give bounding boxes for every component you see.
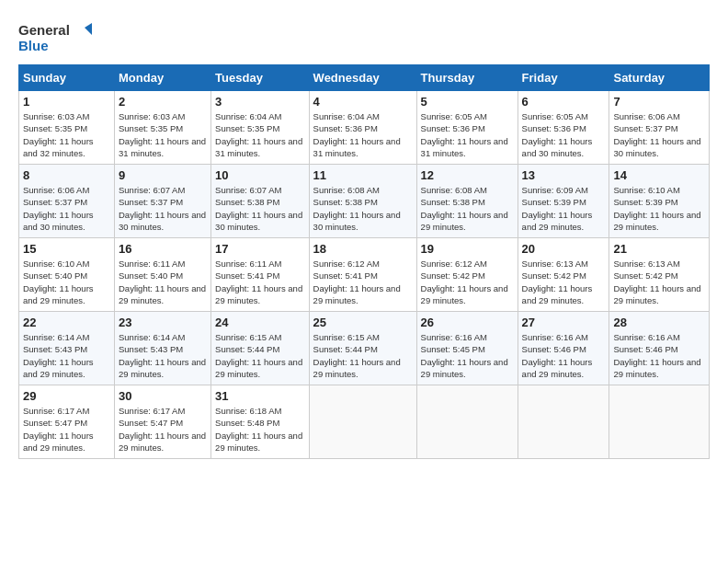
day-number: 9 — [119, 168, 207, 182]
day-number: 4 — [313, 95, 413, 109]
calendar-cell: 23Sunrise: 6:14 AMSunset: 5:43 PMDayligh… — [115, 312, 211, 385]
calendar-cell: 15Sunrise: 6:10 AMSunset: 5:40 PMDayligh… — [19, 238, 115, 312]
day-info: Sunrise: 6:07 AMSunset: 5:38 PMDaylight:… — [215, 184, 305, 233]
day-number: 15 — [23, 242, 110, 256]
column-header-monday: Monday — [115, 65, 211, 91]
day-number: 13 — [522, 168, 606, 182]
day-info: Sunrise: 6:03 AMSunset: 5:35 PMDaylight:… — [23, 110, 110, 159]
calendar-cell — [416, 385, 518, 459]
calendar-week-row: 1Sunrise: 6:03 AMSunset: 5:35 PMDaylight… — [19, 91, 710, 165]
calendar-cell: 18Sunrise: 6:12 AMSunset: 5:41 PMDayligh… — [309, 238, 416, 312]
calendar-cell — [518, 385, 609, 459]
day-info: Sunrise: 6:17 AMSunset: 5:47 PMDaylight:… — [119, 405, 207, 454]
calendar-cell: 10Sunrise: 6:07 AMSunset: 5:38 PMDayligh… — [211, 165, 310, 238]
day-info: Sunrise: 6:08 AMSunset: 5:38 PMDaylight:… — [421, 184, 514, 233]
calendar-cell: 24Sunrise: 6:15 AMSunset: 5:44 PMDayligh… — [211, 312, 310, 385]
calendar-cell: 1Sunrise: 6:03 AMSunset: 5:35 PMDaylight… — [19, 91, 115, 165]
day-info: Sunrise: 6:06 AMSunset: 5:37 PMDaylight:… — [613, 110, 705, 159]
calendar-cell: 27Sunrise: 6:16 AMSunset: 5:46 PMDayligh… — [518, 312, 609, 385]
day-info: Sunrise: 6:15 AMSunset: 5:44 PMDaylight:… — [313, 331, 413, 380]
calendar-cell: 6Sunrise: 6:05 AMSunset: 5:36 PMDaylight… — [518, 91, 609, 165]
calendar-week-row: 15Sunrise: 6:10 AMSunset: 5:40 PMDayligh… — [19, 238, 710, 312]
day-info: Sunrise: 6:11 AMSunset: 5:40 PMDaylight:… — [119, 258, 207, 306]
calendar-week-row: 22Sunrise: 6:14 AMSunset: 5:43 PMDayligh… — [19, 312, 710, 385]
logo: General Blue — [18, 18, 92, 55]
column-header-wednesday: Wednesday — [309, 65, 416, 91]
svg-text:Blue: Blue — [18, 38, 49, 53]
day-number: 29 — [23, 389, 110, 403]
day-info: Sunrise: 6:13 AMSunset: 5:42 PMDaylight:… — [522, 258, 606, 306]
day-number: 19 — [421, 242, 514, 256]
day-number: 14 — [613, 168, 705, 182]
svg-marker-2 — [85, 23, 92, 35]
calendar-cell: 4Sunrise: 6:04 AMSunset: 5:36 PMDaylight… — [309, 91, 416, 165]
day-info: Sunrise: 6:16 AMSunset: 5:46 PMDaylight:… — [522, 331, 606, 380]
calendar-cell: 16Sunrise: 6:11 AMSunset: 5:40 PMDayligh… — [115, 238, 211, 312]
calendar-cell: 11Sunrise: 6:08 AMSunset: 5:38 PMDayligh… — [309, 165, 416, 238]
calendar-cell — [609, 385, 710, 459]
day-info: Sunrise: 6:11 AMSunset: 5:41 PMDaylight:… — [215, 258, 305, 306]
day-info: Sunrise: 6:06 AMSunset: 5:37 PMDaylight:… — [23, 184, 110, 233]
day-info: Sunrise: 6:10 AMSunset: 5:39 PMDaylight:… — [613, 184, 705, 233]
svg-text:General: General — [18, 22, 70, 38]
day-number: 25 — [313, 316, 413, 329]
day-info: Sunrise: 6:17 AMSunset: 5:47 PMDaylight:… — [23, 405, 110, 454]
calendar-week-row: 29Sunrise: 6:17 AMSunset: 5:47 PMDayligh… — [19, 385, 710, 459]
day-info: Sunrise: 6:03 AMSunset: 5:35 PMDaylight:… — [119, 110, 207, 159]
day-info: Sunrise: 6:05 AMSunset: 5:36 PMDaylight:… — [522, 110, 606, 159]
day-info: Sunrise: 6:07 AMSunset: 5:37 PMDaylight:… — [119, 184, 207, 233]
calendar-cell: 29Sunrise: 6:17 AMSunset: 5:47 PMDayligh… — [19, 385, 115, 459]
day-number: 20 — [522, 242, 606, 256]
day-number: 12 — [421, 168, 514, 182]
logo-svg: General Blue — [18, 18, 92, 55]
day-number: 5 — [421, 95, 514, 109]
day-number: 23 — [119, 316, 207, 329]
day-number: 6 — [522, 95, 606, 109]
day-info: Sunrise: 6:10 AMSunset: 5:40 PMDaylight:… — [23, 258, 110, 306]
calendar-header-row: SundayMondayTuesdayWednesdayThursdayFrid… — [19, 65, 710, 91]
day-info: Sunrise: 6:18 AMSunset: 5:48 PMDaylight:… — [215, 405, 305, 454]
calendar-cell: 17Sunrise: 6:11 AMSunset: 5:41 PMDayligh… — [211, 238, 310, 312]
calendar-cell: 14Sunrise: 6:10 AMSunset: 5:39 PMDayligh… — [609, 165, 710, 238]
day-number: 1 — [23, 95, 110, 109]
day-number: 24 — [215, 316, 305, 329]
calendar-cell: 26Sunrise: 6:16 AMSunset: 5:45 PMDayligh… — [416, 312, 518, 385]
calendar-cell: 21Sunrise: 6:13 AMSunset: 5:42 PMDayligh… — [609, 238, 710, 312]
day-info: Sunrise: 6:04 AMSunset: 5:36 PMDaylight:… — [313, 110, 413, 159]
calendar-cell: 30Sunrise: 6:17 AMSunset: 5:47 PMDayligh… — [115, 385, 211, 459]
column-header-saturday: Saturday — [609, 65, 710, 91]
day-info: Sunrise: 6:05 AMSunset: 5:36 PMDaylight:… — [421, 110, 514, 159]
calendar-cell: 5Sunrise: 6:05 AMSunset: 5:36 PMDaylight… — [416, 91, 518, 165]
day-number: 26 — [421, 316, 514, 329]
calendar-cell: 19Sunrise: 6:12 AMSunset: 5:42 PMDayligh… — [416, 238, 518, 312]
calendar-cell: 3Sunrise: 6:04 AMSunset: 5:35 PMDaylight… — [211, 91, 310, 165]
day-info: Sunrise: 6:16 AMSunset: 5:46 PMDaylight:… — [613, 331, 705, 380]
page-header: General Blue — [18, 18, 710, 55]
day-info: Sunrise: 6:14 AMSunset: 5:43 PMDaylight:… — [119, 331, 207, 380]
calendar-cell: 12Sunrise: 6:08 AMSunset: 5:38 PMDayligh… — [416, 165, 518, 238]
calendar-cell: 22Sunrise: 6:14 AMSunset: 5:43 PMDayligh… — [19, 312, 115, 385]
calendar-cell: 9Sunrise: 6:07 AMSunset: 5:37 PMDaylight… — [115, 165, 211, 238]
day-number: 27 — [522, 316, 606, 329]
day-number: 18 — [313, 242, 413, 256]
day-info: Sunrise: 6:14 AMSunset: 5:43 PMDaylight:… — [23, 331, 110, 380]
day-number: 3 — [215, 95, 305, 109]
day-info: Sunrise: 6:13 AMSunset: 5:42 PMDaylight:… — [613, 258, 705, 306]
day-number: 7 — [613, 95, 705, 109]
calendar-cell: 13Sunrise: 6:09 AMSunset: 5:39 PMDayligh… — [518, 165, 609, 238]
calendar-week-row: 8Sunrise: 6:06 AMSunset: 5:37 PMDaylight… — [19, 165, 710, 238]
day-number: 21 — [613, 242, 705, 256]
day-info: Sunrise: 6:12 AMSunset: 5:41 PMDaylight:… — [313, 258, 413, 306]
calendar-cell: 20Sunrise: 6:13 AMSunset: 5:42 PMDayligh… — [518, 238, 609, 312]
calendar-cell — [309, 385, 416, 459]
calendar-cell: 31Sunrise: 6:18 AMSunset: 5:48 PMDayligh… — [211, 385, 310, 459]
day-info: Sunrise: 6:16 AMSunset: 5:45 PMDaylight:… — [421, 331, 514, 380]
day-number: 22 — [23, 316, 110, 329]
day-info: Sunrise: 6:12 AMSunset: 5:42 PMDaylight:… — [421, 258, 514, 306]
day-number: 28 — [613, 316, 705, 329]
calendar-cell: 28Sunrise: 6:16 AMSunset: 5:46 PMDayligh… — [609, 312, 710, 385]
day-number: 16 — [119, 242, 207, 256]
day-number: 8 — [23, 168, 110, 182]
calendar-cell: 2Sunrise: 6:03 AMSunset: 5:35 PMDaylight… — [115, 91, 211, 165]
day-number: 31 — [215, 389, 305, 403]
